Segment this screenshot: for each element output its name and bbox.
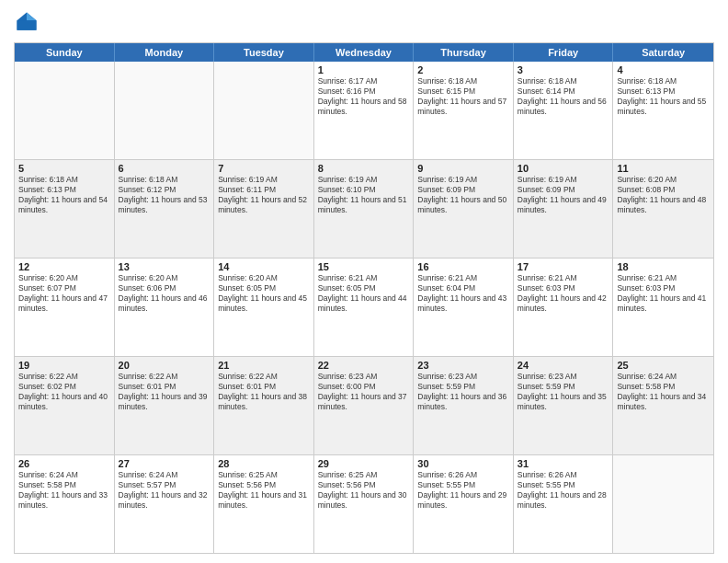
calendar-cell: 20Sunrise: 6:22 AMSunset: 6:01 PMDayligh… bbox=[115, 357, 215, 454]
day-number: 22 bbox=[318, 360, 410, 371]
cell-info: Sunrise: 6:25 AMSunset: 5:56 PMDaylight:… bbox=[218, 470, 310, 511]
day-number: 1 bbox=[318, 64, 410, 75]
calendar-cell: 15Sunrise: 6:21 AMSunset: 6:05 PMDayligh… bbox=[314, 259, 415, 356]
header-day-sunday: Sunday bbox=[15, 43, 115, 62]
cell-info: Sunrise: 6:21 AMSunset: 6:05 PMDaylight:… bbox=[318, 273, 410, 314]
day-number: 29 bbox=[318, 458, 410, 469]
cell-info: Sunrise: 6:24 AMSunset: 5:58 PMDaylight:… bbox=[18, 470, 110, 511]
cell-info: Sunrise: 6:22 AMSunset: 6:02 PMDaylight:… bbox=[18, 372, 110, 412]
calendar-cell: 1Sunrise: 6:17 AMSunset: 6:16 PMDaylight… bbox=[314, 62, 415, 159]
day-number: 12 bbox=[18, 261, 110, 272]
cell-info: Sunrise: 6:23 AMSunset: 5:59 PMDaylight:… bbox=[518, 372, 609, 412]
svg-rect-2 bbox=[17, 20, 37, 30]
calendar-cell: 30Sunrise: 6:26 AMSunset: 5:55 PMDayligh… bbox=[414, 455, 514, 553]
day-number: 9 bbox=[417, 163, 509, 174]
calendar-cell: 7Sunrise: 6:19 AMSunset: 6:11 PMDaylight… bbox=[214, 160, 314, 258]
cell-info: Sunrise: 6:21 AMSunset: 6:03 PMDaylight:… bbox=[617, 273, 710, 314]
day-number: 19 bbox=[18, 360, 110, 371]
cell-info: Sunrise: 6:18 AMSunset: 6:13 PMDaylight:… bbox=[18, 175, 110, 215]
calendar-row-3: 19Sunrise: 6:22 AMSunset: 6:02 PMDayligh… bbox=[15, 356, 713, 454]
calendar-cell: 26Sunrise: 6:24 AMSunset: 5:58 PMDayligh… bbox=[15, 455, 115, 553]
calendar-cell: 31Sunrise: 6:26 AMSunset: 5:55 PMDayligh… bbox=[514, 455, 614, 553]
header-day-tuesday: Tuesday bbox=[214, 43, 314, 62]
day-number: 15 bbox=[318, 261, 410, 272]
calendar-cell bbox=[115, 62, 215, 159]
calendar-cell: 23Sunrise: 6:23 AMSunset: 5:59 PMDayligh… bbox=[414, 357, 514, 454]
cell-info: Sunrise: 6:18 AMSunset: 6:12 PMDaylight:… bbox=[119, 175, 210, 215]
cell-info: Sunrise: 6:24 AMSunset: 5:58 PMDaylight:… bbox=[617, 372, 710, 412]
cell-info: Sunrise: 6:23 AMSunset: 5:59 PMDaylight:… bbox=[417, 372, 509, 412]
calendar-cell: 29Sunrise: 6:25 AMSunset: 5:56 PMDayligh… bbox=[314, 455, 415, 553]
header-day-saturday: Saturday bbox=[613, 43, 713, 62]
calendar-cell: 14Sunrise: 6:20 AMSunset: 6:05 PMDayligh… bbox=[214, 259, 314, 356]
calendar-cell: 9Sunrise: 6:19 AMSunset: 6:09 PMDaylight… bbox=[414, 160, 514, 258]
day-number: 16 bbox=[417, 261, 509, 272]
day-number: 6 bbox=[119, 163, 210, 174]
logo bbox=[14, 9, 43, 35]
day-number: 18 bbox=[617, 261, 710, 272]
day-number: 25 bbox=[617, 360, 710, 371]
calendar-cell: 19Sunrise: 6:22 AMSunset: 6:02 PMDayligh… bbox=[15, 357, 115, 454]
day-number: 3 bbox=[518, 64, 609, 75]
day-number: 23 bbox=[417, 360, 509, 371]
calendar-cell: 24Sunrise: 6:23 AMSunset: 5:59 PMDayligh… bbox=[514, 357, 614, 454]
calendar-cell: 8Sunrise: 6:19 AMSunset: 6:10 PMDaylight… bbox=[314, 160, 415, 258]
cell-info: Sunrise: 6:18 AMSunset: 6:15 PMDaylight:… bbox=[417, 76, 509, 117]
cell-info: Sunrise: 6:20 AMSunset: 6:07 PMDaylight:… bbox=[18, 273, 110, 314]
day-number: 28 bbox=[218, 458, 310, 469]
day-number: 2 bbox=[417, 64, 509, 75]
calendar-cell: 17Sunrise: 6:21 AMSunset: 6:03 PMDayligh… bbox=[514, 259, 614, 356]
calendar-cell: 16Sunrise: 6:21 AMSunset: 6:04 PMDayligh… bbox=[414, 259, 514, 356]
calendar-cell: 25Sunrise: 6:24 AMSunset: 5:58 PMDayligh… bbox=[613, 357, 713, 454]
day-number: 7 bbox=[218, 163, 310, 174]
header-day-thursday: Thursday bbox=[414, 43, 514, 62]
day-number: 10 bbox=[518, 163, 609, 174]
header-day-monday: Monday bbox=[115, 43, 215, 62]
header-day-friday: Friday bbox=[514, 43, 614, 62]
cell-info: Sunrise: 6:25 AMSunset: 5:56 PMDaylight:… bbox=[318, 470, 410, 511]
header-day-wednesday: Wednesday bbox=[314, 43, 415, 62]
cell-info: Sunrise: 6:26 AMSunset: 5:55 PMDaylight:… bbox=[417, 470, 509, 511]
calendar-cell: 5Sunrise: 6:18 AMSunset: 6:13 PMDaylight… bbox=[15, 160, 115, 258]
calendar: SundayMondayTuesdayWednesdayThursdayFrid… bbox=[14, 42, 714, 554]
logo-icon bbox=[14, 9, 40, 35]
calendar-cell: 12Sunrise: 6:20 AMSunset: 6:07 PMDayligh… bbox=[15, 259, 115, 356]
calendar-cell: 27Sunrise: 6:24 AMSunset: 5:57 PMDayligh… bbox=[115, 455, 215, 553]
day-number: 20 bbox=[119, 360, 210, 371]
calendar-cell: 3Sunrise: 6:18 AMSunset: 6:14 PMDaylight… bbox=[514, 62, 614, 159]
calendar-row-1: 5Sunrise: 6:18 AMSunset: 6:13 PMDaylight… bbox=[15, 159, 713, 258]
cell-info: Sunrise: 6:23 AMSunset: 6:00 PMDaylight:… bbox=[318, 372, 410, 412]
cell-info: Sunrise: 6:19 AMSunset: 6:09 PMDaylight:… bbox=[417, 175, 509, 215]
calendar-cell: 11Sunrise: 6:20 AMSunset: 6:08 PMDayligh… bbox=[613, 160, 713, 258]
cell-info: Sunrise: 6:24 AMSunset: 5:57 PMDaylight:… bbox=[119, 470, 210, 511]
day-number: 13 bbox=[119, 261, 210, 272]
calendar-cell: 22Sunrise: 6:23 AMSunset: 6:00 PMDayligh… bbox=[314, 357, 415, 454]
calendar-cell bbox=[15, 62, 115, 159]
calendar-row-4: 26Sunrise: 6:24 AMSunset: 5:58 PMDayligh… bbox=[15, 454, 713, 553]
cell-info: Sunrise: 6:20 AMSunset: 6:05 PMDaylight:… bbox=[218, 273, 310, 314]
header bbox=[14, 9, 714, 35]
calendar-cell: 21Sunrise: 6:22 AMSunset: 6:01 PMDayligh… bbox=[214, 357, 314, 454]
cell-info: Sunrise: 6:19 AMSunset: 6:10 PMDaylight:… bbox=[318, 175, 410, 215]
cell-info: Sunrise: 6:26 AMSunset: 5:55 PMDaylight:… bbox=[518, 470, 609, 511]
svg-marker-1 bbox=[27, 13, 37, 21]
calendar-cell: 28Sunrise: 6:25 AMSunset: 5:56 PMDayligh… bbox=[214, 455, 314, 553]
cell-info: Sunrise: 6:19 AMSunset: 6:11 PMDaylight:… bbox=[218, 175, 310, 215]
day-number: 21 bbox=[218, 360, 310, 371]
day-number: 26 bbox=[18, 458, 110, 469]
day-number: 14 bbox=[218, 261, 310, 272]
day-number: 24 bbox=[518, 360, 609, 371]
page: SundayMondayTuesdayWednesdayThursdayFrid… bbox=[0, 0, 728, 563]
cell-info: Sunrise: 6:17 AMSunset: 6:16 PMDaylight:… bbox=[318, 76, 410, 117]
day-number: 30 bbox=[417, 458, 509, 469]
calendar-row-2: 12Sunrise: 6:20 AMSunset: 6:07 PMDayligh… bbox=[15, 258, 713, 356]
calendar-body: 1Sunrise: 6:17 AMSunset: 6:16 PMDaylight… bbox=[15, 62, 713, 553]
calendar-cell: 18Sunrise: 6:21 AMSunset: 6:03 PMDayligh… bbox=[613, 259, 713, 356]
cell-info: Sunrise: 6:19 AMSunset: 6:09 PMDaylight:… bbox=[518, 175, 609, 215]
day-number: 17 bbox=[518, 261, 609, 272]
cell-info: Sunrise: 6:21 AMSunset: 6:04 PMDaylight:… bbox=[417, 273, 509, 314]
cell-info: Sunrise: 6:22 AMSunset: 6:01 PMDaylight:… bbox=[218, 372, 310, 412]
day-number: 8 bbox=[318, 163, 410, 174]
day-number: 31 bbox=[518, 458, 609, 469]
calendar-header: SundayMondayTuesdayWednesdayThursdayFrid… bbox=[15, 43, 713, 62]
